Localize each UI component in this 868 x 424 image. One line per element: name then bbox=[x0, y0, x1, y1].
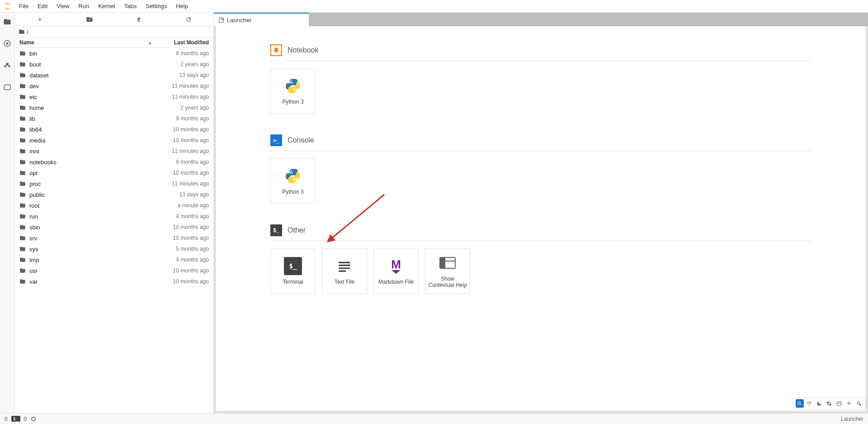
folder-icon bbox=[19, 235, 27, 241]
menu-settings[interactable]: Settings bbox=[141, 1, 171, 11]
folder-icon bbox=[19, 202, 27, 209]
sort-caret-icon[interactable]: ▴ bbox=[146, 39, 155, 46]
card-notebook-python3[interactable]: Python 3 bbox=[270, 68, 316, 114]
status-count-1[interactable]: 0 bbox=[5, 416, 8, 422]
running-terminals-icon[interactable] bbox=[3, 39, 12, 48]
python-icon bbox=[284, 167, 302, 185]
file-row[interactable]: mnt 11 minutes ago bbox=[15, 146, 213, 157]
file-row[interactable]: notebooks 8 months ago bbox=[15, 157, 213, 167]
breadcrumb[interactable]: / bbox=[15, 26, 213, 37]
section-header-other: $_ Other bbox=[270, 220, 811, 241]
status-left: 0 $_ 0 bbox=[5, 416, 37, 422]
svg-rect-6 bbox=[219, 18, 224, 22]
card-textfile[interactable]: Text File bbox=[322, 248, 367, 294]
card-contextual-help[interactable]: Show Contextual Help bbox=[425, 248, 470, 294]
file-name: sbin bbox=[29, 224, 150, 231]
rt-layout-icon[interactable] bbox=[835, 399, 843, 408]
rt-move-icon[interactable] bbox=[845, 399, 853, 408]
status-chip-icon[interactable] bbox=[30, 416, 37, 422]
status-terminal-icon[interactable]: $_ bbox=[11, 416, 20, 422]
new-folder-button[interactable] bbox=[65, 16, 114, 23]
refresh-button[interactable] bbox=[164, 16, 213, 23]
menu-tabs[interactable]: Tabs bbox=[120, 1, 141, 11]
file-row[interactable]: sys 5 months ago bbox=[15, 243, 213, 254]
file-list-header: Name ▴ Last Modified bbox=[15, 37, 213, 48]
file-row[interactable]: dataset 13 days ago bbox=[15, 70, 213, 81]
file-row[interactable]: bin 8 months ago bbox=[15, 48, 213, 59]
section-console: >_ Console Python 3 bbox=[270, 130, 811, 211]
svg-point-2 bbox=[6, 63, 9, 66]
file-row[interactable]: root a minute ago bbox=[15, 200, 213, 211]
file-row[interactable]: srv 10 months ago bbox=[15, 233, 213, 243]
status-count-2[interactable]: 0 bbox=[24, 416, 27, 422]
tab-launcher[interactable]: Launcher bbox=[214, 13, 309, 26]
menu-view[interactable]: View bbox=[52, 1, 74, 11]
card-label: Python 3 bbox=[280, 189, 305, 195]
file-browser-icon[interactable] bbox=[3, 17, 12, 26]
file-row[interactable]: etc 11 minutes ago bbox=[15, 91, 213, 102]
jupyter-logo bbox=[3, 2, 12, 11]
menu-run[interactable]: Run bbox=[74, 1, 94, 11]
file-modified: a minute ago bbox=[150, 202, 209, 209]
svg-rect-13 bbox=[32, 417, 35, 420]
rt-lang[interactable]: 中 bbox=[806, 399, 813, 408]
folder-icon bbox=[19, 170, 27, 176]
file-modified: 8 months ago bbox=[150, 50, 209, 57]
card-markdown[interactable]: M Markdown File bbox=[373, 248, 419, 294]
rt-wrench-icon[interactable] bbox=[855, 399, 863, 408]
status-right-label: Launcher bbox=[841, 416, 863, 422]
folder-icon bbox=[19, 61, 27, 67]
file-modified: 10 months ago bbox=[150, 137, 209, 143]
upload-button[interactable] bbox=[114, 16, 164, 23]
file-row[interactable]: tmp 4 months ago bbox=[15, 254, 213, 265]
section-title-other: Other bbox=[288, 226, 306, 234]
file-modified: 10 months ago bbox=[150, 170, 209, 176]
file-row[interactable]: var 10 months ago bbox=[15, 276, 213, 287]
file-modified: 9 months ago bbox=[150, 115, 209, 122]
rt-moon-icon[interactable] bbox=[815, 399, 823, 408]
file-modified: 10 months ago bbox=[150, 267, 209, 274]
file-modified: 11 minutes ago bbox=[150, 181, 209, 187]
file-modified: 11 minutes ago bbox=[150, 148, 209, 154]
header-last-modified[interactable]: Last Modified bbox=[155, 39, 213, 46]
menu-help[interactable]: Help bbox=[171, 1, 193, 11]
svg-point-4 bbox=[8, 65, 10, 67]
breadcrumb-root[interactable]: / bbox=[27, 29, 28, 35]
markdown-icon: M bbox=[387, 257, 405, 275]
floating-toolbar: 中 bbox=[793, 397, 866, 410]
file-row[interactable]: home 2 years ago bbox=[15, 102, 213, 113]
file-row[interactable]: media 10 months ago bbox=[15, 135, 213, 146]
file-modified: 10 months ago bbox=[150, 278, 209, 285]
file-row[interactable]: lib64 10 months ago bbox=[15, 124, 213, 135]
file-row[interactable]: public 13 days ago bbox=[15, 189, 213, 200]
file-name: srv bbox=[29, 235, 150, 242]
other-section-icon: $_ bbox=[270, 224, 282, 236]
launcher-tab-icon bbox=[218, 17, 224, 23]
tabs-icon[interactable] bbox=[3, 82, 12, 91]
file-row[interactable]: proc 11 minutes ago bbox=[15, 178, 213, 189]
file-row[interactable]: lib 9 months ago bbox=[15, 113, 213, 124]
commands-icon[interactable] bbox=[3, 61, 12, 70]
rt-gear-icon[interactable] bbox=[825, 399, 833, 408]
menu-file[interactable]: File bbox=[14, 1, 33, 11]
file-name: media bbox=[29, 137, 150, 144]
file-row[interactable]: sbin 10 months ago bbox=[15, 222, 213, 233]
launcher-content: Notebook Python 3 >_ Console bbox=[214, 26, 868, 413]
file-row[interactable]: usr 10 months ago bbox=[15, 265, 213, 276]
rt-search-icon[interactable] bbox=[796, 399, 804, 408]
file-row[interactable]: boot 2 years ago bbox=[15, 59, 213, 70]
file-row[interactable]: run 4 months ago bbox=[15, 211, 213, 222]
card-console-python3[interactable]: Python 3 bbox=[270, 158, 316, 204]
section-notebook: Notebook Python 3 bbox=[270, 40, 811, 121]
card-terminal[interactable]: $_ Terminal bbox=[270, 248, 316, 294]
menu-edit[interactable]: Edit bbox=[33, 1, 52, 11]
new-launcher-button[interactable] bbox=[15, 16, 65, 23]
folder-icon bbox=[19, 29, 25, 35]
header-name[interactable]: Name bbox=[15, 39, 146, 46]
file-name: usr bbox=[29, 267, 150, 274]
folder-icon bbox=[19, 257, 27, 263]
file-name: run bbox=[29, 213, 150, 220]
file-row[interactable]: dev 11 minutes ago bbox=[15, 81, 213, 91]
file-row[interactable]: opt 10 months ago bbox=[15, 167, 213, 178]
menu-kernel[interactable]: Kernel bbox=[94, 1, 120, 11]
